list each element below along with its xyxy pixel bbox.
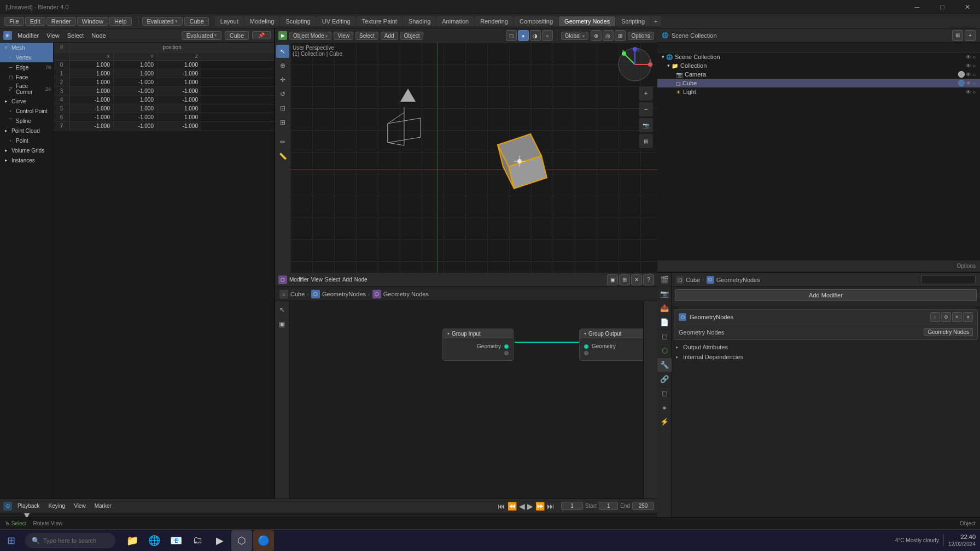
solid-btn[interactable]: ● (518, 30, 529, 41)
modifier-expand-arrow[interactable]: ▾ (963, 312, 973, 322)
prop-material-icon[interactable]: ● (657, 401, 672, 415)
camera-eye-icon[interactable]: 👁 (966, 72, 971, 78)
tab-compositing[interactable]: Compositing (514, 16, 558, 26)
prop-view-layer-icon[interactable]: 📄 (657, 315, 672, 330)
scene-new-btn[interactable]: + (965, 30, 976, 41)
taskbar-app-explorer[interactable]: 📁 (122, 530, 143, 551)
node-input-empty-socket[interactable] (504, 351, 509, 355)
overlay-btn[interactable]: ◎ (603, 30, 614, 41)
tab-texture-paint[interactable]: Texture Paint (357, 16, 402, 26)
camera-view-btn[interactable]: 📷 (639, 118, 653, 132)
navigation-gizmo[interactable]: X Y Z (617, 47, 653, 83)
xray-btn[interactable]: ⊞ (615, 30, 626, 41)
tl-menu-marker[interactable]: Marker (91, 502, 115, 509)
ne-overlay-btn[interactable]: ⊞ (619, 274, 630, 285)
collection-vis-icon[interactable]: ○ (972, 63, 976, 69)
tool-cursor[interactable]: ⊕ (276, 59, 289, 72)
engine-selector[interactable]: Evaluated ▾ (142, 17, 183, 26)
tree-instances[interactable]: ▸ Instances (0, 155, 53, 165)
tl-play[interactable]: ▶ (527, 502, 533, 511)
tab-rendering[interactable]: Rendering (475, 16, 514, 26)
cube-eye-icon[interactable]: 👁 (966, 80, 971, 86)
light-vis-icon[interactable]: ○ (972, 89, 976, 95)
taskbar-app-vscode[interactable]: ⬡ (231, 530, 252, 551)
ne-menu-select[interactable]: Select (325, 277, 340, 283)
tab-shading[interactable]: Shading (403, 16, 436, 26)
gizmo-btn[interactable]: ⊕ (591, 30, 602, 41)
rendered-btn[interactable]: ○ (542, 30, 553, 41)
modifier-settings-btn[interactable]: ⚙ (941, 312, 951, 322)
prop-modifier-icon[interactable]: ⬡ (657, 344, 672, 358)
breadcrumb-geomnodes[interactable]: GeometryNodes (322, 291, 366, 297)
prop-active-modifier-icon[interactable]: 🔧 (657, 358, 672, 372)
ne-close-btn[interactable]: ✕ (631, 274, 642, 285)
tool-measure[interactable]: 📏 (276, 150, 289, 163)
maximize-button[interactable]: □ (930, 0, 955, 14)
tab-animation[interactable]: Animation (436, 16, 474, 26)
tab-sculpting[interactable]: Sculpting (280, 16, 316, 26)
node-canvas[interactable]: ▾ Group Input Geometry (289, 301, 643, 517)
prop-data-icon[interactable]: ◻ (657, 386, 672, 401)
scene-eye-icon[interactable]: 👁 (966, 54, 971, 60)
node-tool-select[interactable]: ↖ (276, 303, 289, 316)
output-attributes-section[interactable]: ▸ Output Attributes (672, 342, 980, 352)
ne-menu-modifier[interactable]: Modifier (289, 277, 309, 283)
taskbar-app-terminal[interactable]: ▶ (209, 530, 230, 551)
cube-vis-icon[interactable]: ○ (972, 80, 976, 86)
prop-constraints-icon[interactable]: 🔗 (657, 372, 672, 386)
taskbar-app-blender[interactable]: 🔵 (253, 530, 274, 551)
node-input-geometry-socket[interactable] (504, 344, 509, 349)
tl-play-back[interactable]: ◀ (519, 502, 525, 511)
start-button[interactable]: ⊞ (0, 530, 22, 552)
vp-add-menu[interactable]: Add (381, 32, 398, 40)
minimize-button[interactable]: ─ (905, 0, 930, 14)
viewport-canvas[interactable]: X Y Z User Perspective (1) Collection | … (290, 43, 657, 273)
tl-jump-prev[interactable]: ⏪ (508, 502, 517, 511)
breadcrumb-geometry-nodes[interactable]: Geometry Nodes (383, 291, 429, 297)
sp-menu-node[interactable]: Node (89, 32, 108, 39)
zoom-in-btn[interactable]: + (639, 86, 653, 101)
vp-transform-selector[interactable]: Global ▾ (561, 32, 588, 40)
modifier-value[interactable]: Geometry Nodes (924, 328, 973, 336)
prop-object-icon[interactable]: ◻ (657, 330, 672, 344)
scene-vis-icon[interactable]: ○ (972, 54, 976, 60)
menu-file[interactable]: File (4, 17, 24, 26)
vp-cursor-label[interactable]: Options (628, 32, 654, 40)
tl-end-frame[interactable] (632, 502, 654, 510)
vp-view-menu[interactable]: View (334, 32, 353, 40)
tl-menu-keying[interactable]: Keying (45, 502, 69, 509)
breadcrumb-cube[interactable]: Cube (290, 291, 305, 297)
camera-vis-icon[interactable]: ○ (972, 72, 976, 78)
light-eye-icon[interactable]: 👁 (966, 89, 971, 95)
taskbar-app-mail[interactable]: 📧 (166, 530, 186, 551)
modifier-delete-btn[interactable]: ✕ (952, 312, 962, 322)
menu-help[interactable]: Help (109, 17, 132, 26)
scene-filter-btn[interactable]: ⊞ (952, 30, 963, 41)
collection-eye-icon[interactable]: 👁 (966, 63, 971, 69)
tree-face-corner[interactable]: ◸ Face Corner 24 (0, 82, 53, 96)
tool-annotate[interactable]: ✏ (276, 136, 289, 149)
taskbar-app-files[interactable]: 🗂 (188, 530, 208, 551)
taskbar-search-input[interactable] (43, 537, 109, 544)
tree-volume-grids[interactable]: ▸ Volume Grids (0, 145, 53, 155)
prop-output-icon[interactable]: 📤 (657, 301, 672, 315)
sp-menu-modifier[interactable]: Modifier (15, 32, 41, 39)
sp-object-btn[interactable]: Cube (225, 31, 249, 40)
tool-scale[interactable]: ⊡ (276, 102, 289, 115)
menu-render[interactable]: Render (46, 17, 76, 26)
ne-menu-node[interactable]: Node (354, 277, 368, 283)
scene-item-light[interactable]: ☀ Light 👁 ○ (657, 87, 980, 96)
scene-item-scene-collection[interactable]: ▾ 🌐 Scene Collection 👁 ○ (657, 52, 980, 61)
node-group-output[interactable]: ▾ Group Output Geometry (579, 329, 643, 361)
prop-physics-icon[interactable]: ⚡ (657, 415, 672, 429)
add-modifier-button[interactable]: Add Modifier (675, 289, 977, 301)
tab-layout[interactable]: Layout (215, 16, 244, 26)
tree-spline[interactable]: ⌒ Spline (0, 116, 53, 126)
object-selector[interactable]: Cube (184, 17, 208, 26)
prop-render-icon[interactable]: 📷 (657, 287, 672, 301)
tool-select[interactable]: ↖ (276, 45, 289, 58)
node-group-input[interactable]: ▾ Group Input Geometry (442, 329, 514, 361)
sp-filter-selector[interactable]: Evaluated ▾ (182, 31, 221, 40)
tree-point-cloud[interactable]: ▸ Point Cloud (0, 126, 53, 136)
scene-item-cube[interactable]: ◻ Cube 👁 ○ (657, 79, 980, 87)
